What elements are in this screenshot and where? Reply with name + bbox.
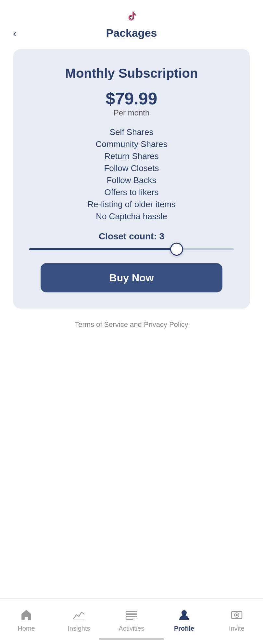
feature-return-shares: Return Shares [104, 151, 159, 161]
nav-item-profile[interactable]: Profile [158, 607, 210, 632]
svg-rect-3 [126, 616, 137, 617]
back-button[interactable]: ‹ [13, 28, 17, 38]
nav-label-insights: Insights [68, 625, 90, 632]
activities-icon [124, 607, 139, 623]
nav-item-home[interactable]: Home [0, 607, 53, 632]
subscription-card: Monthly Subscription $79.99 Per month Se… [13, 49, 250, 309]
insights-icon [71, 607, 87, 623]
closet-count: Closet count: 3 [99, 231, 164, 242]
subscription-title: Monthly Subscription [65, 65, 198, 81]
page-title: Packages [106, 27, 157, 39]
privacy-policy-link[interactable]: Privacy Policy [144, 320, 188, 329]
bottom-nav: Home Insights Activities [0, 598, 263, 644]
svg-rect-1 [126, 611, 137, 612]
slider-thumb[interactable] [170, 243, 183, 256]
and-text: and [128, 320, 144, 329]
feature-relisting: Re-listing of older items [87, 199, 176, 209]
terms-of-service-link[interactable]: Terms of Service [75, 320, 128, 329]
profile-icon [176, 607, 192, 623]
slider-fill [29, 248, 177, 250]
nav-item-insights[interactable]: Insights [53, 607, 105, 632]
feature-follow-backs: Follow Backs [106, 175, 156, 185]
svg-point-5 [182, 610, 187, 615]
nav-item-invite[interactable]: Invite [210, 607, 263, 632]
per-month: Per month [114, 108, 150, 117]
home-icon [19, 607, 34, 623]
feature-community-shares: Community Shares [95, 139, 167, 149]
header: ‹ Packages [0, 27, 263, 39]
nav-label-home: Home [18, 625, 35, 632]
svg-rect-4 [126, 619, 133, 620]
feature-follow-closets: Follow Closets [104, 163, 159, 173]
nav-label-invite: Invite [229, 625, 244, 632]
nav-item-activities[interactable]: Activities [105, 607, 158, 632]
svg-point-8 [236, 614, 238, 616]
terms-row: Terms of Service and Privacy Policy [75, 320, 188, 329]
slider-track [29, 248, 234, 250]
nav-label-activities: Activities [119, 625, 144, 632]
feature-offers-to-likers: Offers to likers [104, 187, 158, 197]
slider-container[interactable] [26, 248, 237, 250]
invite-icon [229, 607, 244, 623]
bottom-indicator [99, 638, 164, 640]
buy-now-label: Buy Now [109, 272, 154, 284]
feature-self-shares: Self Shares [110, 127, 153, 137]
feature-no-captcha: No Captcha hassle [96, 211, 167, 221]
features-list: Self Shares Community Shares Return Shar… [26, 127, 237, 221]
buy-now-button[interactable]: Buy Now [41, 263, 222, 292]
svg-rect-2 [126, 613, 137, 615]
price: $79.99 [106, 89, 157, 108]
nav-label-profile: Profile [174, 625, 194, 632]
tiktok-logo [124, 9, 139, 23]
